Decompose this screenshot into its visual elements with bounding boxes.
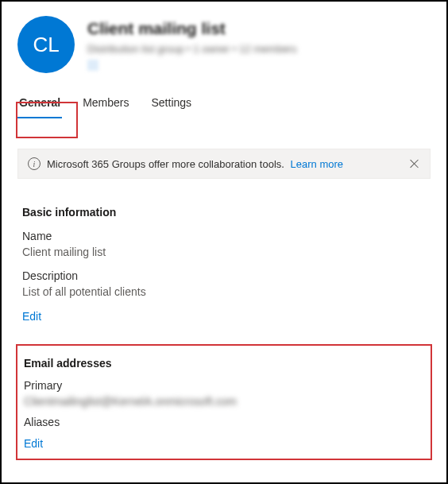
- panel-header: CL Client mailing list Distribution list…: [2, 2, 446, 82]
- learn-more-link[interactable]: Learn more: [291, 158, 343, 170]
- info-icon: i: [28, 157, 41, 170]
- basic-info-heading: Basic information: [22, 206, 426, 219]
- name-value: Client mailing list: [22, 246, 426, 258]
- avatar: CL: [17, 16, 75, 73]
- header-info: Client mailing list Distribution list gr…: [87, 16, 431, 74]
- group-tag: [87, 60, 98, 71]
- description-value: List of all potential clients: [22, 285, 426, 298]
- group-title: Client mailing list: [87, 19, 431, 38]
- notice-text: Microsoft 365 Groups offer more collabor…: [47, 158, 403, 170]
- email-heading: Email addresses: [24, 357, 424, 370]
- email-addresses-section: Email addresses Primary Clientmailinglis…: [16, 344, 432, 460]
- tabs: General Members Settings: [2, 88, 446, 118]
- close-icon[interactable]: [409, 158, 420, 169]
- name-label: Name: [22, 230, 426, 242]
- group-subtitle: Distribution list group • 1 owner • 12 m…: [87, 43, 431, 55]
- primary-label: Primary: [24, 379, 424, 392]
- aliases-label: Aliases: [24, 416, 424, 428]
- primary-value: Clientmailinglist@KernelA.onmicrosoft.co…: [24, 395, 424, 408]
- tab-general[interactable]: General: [17, 88, 62, 118]
- info-notice: i Microsoft 365 Groups offer more collab…: [17, 149, 431, 179]
- tab-settings[interactable]: Settings: [150, 88, 194, 118]
- tab-members[interactable]: Members: [81, 88, 130, 118]
- edit-basic-link[interactable]: Edit: [22, 310, 41, 323]
- notice-message: Microsoft 365 Groups offer more collabor…: [47, 158, 284, 170]
- edit-email-link[interactable]: Edit: [24, 437, 43, 450]
- description-label: Description: [22, 269, 426, 282]
- basic-information-section: Basic information Name Client mailing li…: [2, 206, 446, 323]
